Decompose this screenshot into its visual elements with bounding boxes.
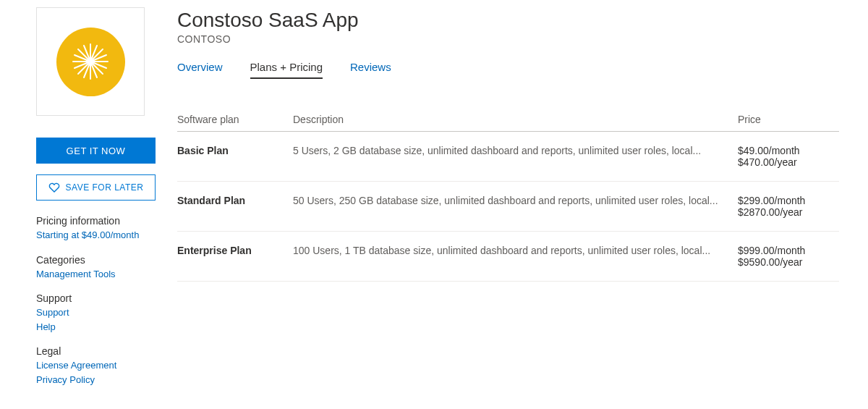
col-header-price: Price: [738, 108, 839, 132]
table-row[interactable]: Standard Plan 50 Users, 250 GB database …: [177, 182, 839, 232]
categories-link[interactable]: Management Tools: [36, 267, 156, 282]
categories-section: Categories Management Tools: [36, 254, 156, 282]
price-month: $999.00/month: [738, 245, 832, 256]
app-logo: [36, 7, 145, 116]
heart-icon: [48, 182, 60, 193]
plan-name: Standard Plan: [177, 182, 293, 232]
sidebar: GET IT NOW SAVE FOR LATER Pricing inform…: [36, 7, 156, 398]
plan-price: $299.00/month $2870.00/year: [738, 182, 839, 232]
support-link[interactable]: Support: [36, 305, 156, 320]
price-year: $470.00/year: [738, 156, 832, 168]
save-for-later-button[interactable]: SAVE FOR LATER: [36, 174, 156, 201]
plan-price: $49.00/month $470.00/year: [738, 132, 839, 182]
plan-description: 100 Users, 1 TB database size, unlimited…: [293, 232, 738, 282]
main-content: Constoso SaaS App CONTOSO Overview Plans…: [177, 7, 839, 398]
pricing-table: Software plan Description Price Basic Pl…: [177, 108, 839, 282]
tab-overview[interactable]: Overview: [177, 61, 223, 79]
get-it-now-button[interactable]: GET IT NOW: [36, 138, 156, 164]
save-for-later-label: SAVE FOR LATER: [66, 182, 144, 193]
plan-name: Enterprise Plan: [177, 232, 293, 282]
legal-section: Legal License Agreement Privacy Policy: [36, 345, 156, 387]
table-row[interactable]: Basic Plan 5 Users, 2 GB database size, …: [177, 132, 839, 182]
sun-icon: [56, 28, 125, 96]
col-header-description: Description: [293, 108, 738, 132]
table-row[interactable]: Enterprise Plan 100 Users, 1 TB database…: [177, 232, 839, 282]
pricing-info: Pricing information Starting at $49.00/m…: [36, 215, 156, 243]
tab-bar: Overview Plans + Pricing Reviews: [177, 61, 839, 79]
plan-description: 5 Users, 2 GB database size, unlimited d…: [293, 132, 738, 182]
publisher-name: CONTOSO: [177, 33, 839, 45]
tab-reviews[interactable]: Reviews: [350, 61, 391, 79]
price-month: $49.00/month: [738, 145, 832, 156]
support-label: Support: [36, 292, 156, 304]
license-link[interactable]: License Agreement: [36, 358, 156, 373]
privacy-link[interactable]: Privacy Policy: [36, 373, 156, 387]
price-month: $299.00/month: [738, 195, 832, 206]
pricing-info-label: Pricing information: [36, 215, 156, 227]
price-year: $9590.00/year: [738, 256, 832, 268]
plan-name: Basic Plan: [177, 132, 293, 182]
plan-description: 50 Users, 250 GB database size, unlimite…: [293, 182, 738, 232]
pricing-info-link[interactable]: Starting at $49.00/month: [36, 228, 156, 243]
categories-label: Categories: [36, 254, 156, 266]
tab-plans-pricing[interactable]: Plans + Pricing: [250, 61, 323, 79]
price-year: $2870.00/year: [738, 206, 832, 218]
plan-price: $999.00/month $9590.00/year: [738, 232, 839, 282]
support-section: Support Support Help: [36, 292, 156, 334]
help-link[interactable]: Help: [36, 320, 156, 334]
legal-label: Legal: [36, 345, 156, 357]
app-title: Constoso SaaS App: [177, 9, 839, 32]
col-header-plan: Software plan: [177, 108, 293, 132]
